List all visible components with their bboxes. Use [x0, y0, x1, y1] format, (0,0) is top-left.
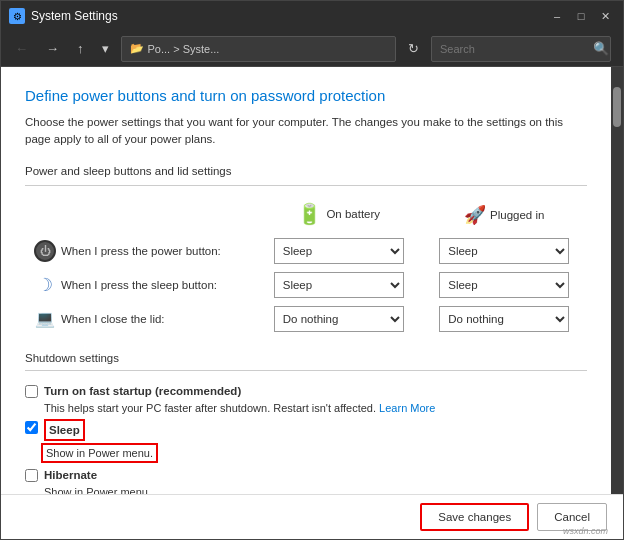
- plugged-label: Plugged in: [490, 209, 544, 221]
- power-icon: ⏻: [33, 239, 57, 263]
- plugged-icon: 🚀: [464, 204, 486, 226]
- content-area: Define power buttons and turn on passwor…: [1, 67, 611, 494]
- sleep-icon: ☽: [33, 273, 57, 297]
- maximize-button[interactable]: □: [571, 6, 591, 26]
- save-button[interactable]: Save changes: [420, 503, 529, 531]
- scrollbar[interactable]: [611, 67, 623, 494]
- plugged-select-0[interactable]: Do nothingSleepHibernateShut down: [439, 238, 569, 264]
- breadcrumb-icon: 📂: [130, 42, 144, 55]
- lid-icon: 💻: [33, 307, 57, 331]
- up-button[interactable]: ↑: [71, 37, 90, 60]
- battery-icon: 🔋: [297, 202, 322, 226]
- main-layout: Define power buttons and turn on passwor…: [1, 67, 623, 494]
- sublabel-fast-startup: This helps start your PC faster after sh…: [44, 401, 587, 415]
- footer-bar: Save changes Cancel wsxdn.com: [1, 494, 623, 539]
- breadcrumb[interactable]: 📂 Po... > Syste...: [121, 36, 397, 62]
- search-icon: 🔍: [593, 41, 609, 56]
- window-controls: – □ ✕: [547, 6, 615, 26]
- table-row: ☽ When I press the sleep button: Do noth…: [25, 268, 587, 302]
- checkbox-label-sleep: Sleep: [44, 419, 85, 441]
- checkbox-label-hibernate: Hibernate: [44, 469, 97, 481]
- battery-select-2[interactable]: Do nothingSleepHibernateShut down: [274, 306, 404, 332]
- forward-button[interactable]: →: [40, 37, 65, 60]
- col-label-header: [25, 198, 256, 234]
- shutdown-divider: [25, 370, 587, 371]
- refresh-button[interactable]: ↻: [402, 37, 425, 60]
- back-button[interactable]: ←: [9, 37, 34, 60]
- label-sleep[interactable]: Sleep: [44, 419, 85, 441]
- table-row: ⏻ When I press the power button: Do noth…: [25, 234, 587, 268]
- minimize-button[interactable]: –: [547, 6, 567, 26]
- power-section-label: Power and sleep buttons and lid settings: [25, 165, 587, 177]
- label-hibernate[interactable]: Hibernate: [44, 467, 97, 483]
- plugged-select-2[interactable]: Do nothingSleepHibernateShut down: [439, 306, 569, 332]
- search-input[interactable]: [431, 36, 611, 62]
- battery-label: On battery: [326, 208, 380, 220]
- shutdown-section-label: Shutdown settings: [25, 352, 587, 364]
- recent-button[interactable]: ▾: [96, 37, 115, 60]
- breadcrumb-text: Po... > Syste...: [148, 43, 220, 55]
- checkbox-fast-startup[interactable]: [25, 385, 38, 398]
- checkbox-label-fast-startup: Turn on fast startup (recommended): [44, 385, 241, 397]
- shutdown-item-sleep: Sleep Show in Power menu.: [25, 419, 587, 463]
- row-label-0: When I press the power button:: [61, 245, 221, 257]
- page-description: Choose the power settings that you want …: [25, 114, 565, 149]
- app-icon: ⚙: [9, 8, 25, 24]
- section-divider: [25, 185, 587, 186]
- row-label-1: When I press the sleep button:: [61, 279, 217, 291]
- checkbox-hibernate[interactable]: [25, 469, 38, 482]
- table-row: 💻 When I close the lid: Do nothingSleepH…: [25, 302, 587, 336]
- window-title: System Settings: [31, 9, 541, 23]
- battery-select-0[interactable]: Do nothingSleepHibernateShut down: [274, 238, 404, 264]
- label-fast-startup[interactable]: Turn on fast startup (recommended): [44, 383, 241, 399]
- shutdown-section: Shutdown settings Turn on fast startup (…: [25, 352, 587, 495]
- sublabel-sleep: Show in Power menu.: [44, 443, 587, 463]
- app-icon-glyph: ⚙: [13, 11, 22, 22]
- checkbox-sleep[interactable]: [25, 421, 38, 434]
- col-battery-header: 🔋 On battery: [256, 198, 421, 234]
- row-label-2: When I close the lid:: [61, 313, 165, 325]
- nav-bar: ← → ↑ ▾ 📂 Po... > Syste... ↻ 🔍: [1, 31, 623, 67]
- plugged-select-1[interactable]: Do nothingSleepHibernateShut down: [439, 272, 569, 298]
- title-bar: ⚙ System Settings – □ ✕: [1, 1, 623, 31]
- shutdown-item-fast-startup: Turn on fast startup (recommended) This …: [25, 383, 587, 415]
- settings-table: 🔋 On battery 🚀 Plugged in: [25, 198, 587, 336]
- watermark: wsxdn.com: [563, 526, 608, 536]
- close-button[interactable]: ✕: [595, 6, 615, 26]
- col-plugged-header: 🚀 Plugged in: [422, 198, 588, 234]
- scroll-thumb[interactable]: [613, 87, 621, 127]
- sublabel-hibernate: Show in Power menu.: [44, 485, 587, 494]
- shutdown-item-hibernate: Hibernate Show in Power menu.: [25, 467, 587, 494]
- main-window: ⚙ System Settings – □ ✕ ← → ↑ ▾ 📂 Po... …: [0, 0, 624, 540]
- show-power-text: Show in Power menu.: [41, 443, 158, 463]
- battery-select-1[interactable]: Do nothingSleepHibernateShut down: [274, 272, 404, 298]
- page-title: Define power buttons and turn on passwor…: [25, 87, 587, 104]
- learn-more-link[interactable]: Learn More: [379, 402, 435, 414]
